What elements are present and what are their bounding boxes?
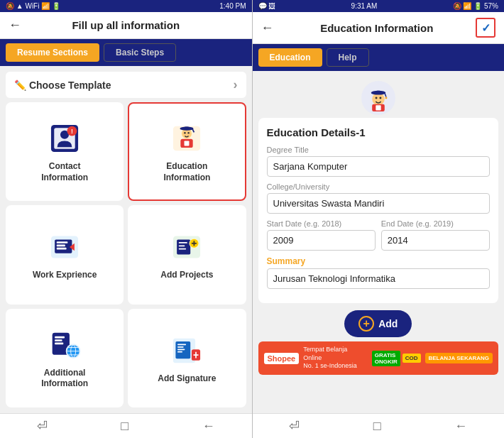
grid-row-1: ! ContactInformation	[6, 102, 246, 201]
add-education-button[interactable]: + Add	[344, 310, 412, 337]
right-header: ← Education Information ✓	[253, 12, 505, 44]
chevron-right-icon: ›	[234, 77, 238, 92]
degree-title-input[interactable]	[267, 156, 491, 177]
left-status-time: 1:40 PM	[219, 2, 246, 10]
svg-point-9	[188, 132, 190, 134]
grid-item-signature-label: Add Signature	[158, 373, 216, 385]
svg-rect-57	[376, 105, 380, 110]
svg-line-54	[385, 93, 386, 97]
grid-item-education[interactable]: EducationInformation	[128, 102, 246, 201]
grid-row-2: Work Exprience Add Projects	[6, 205, 246, 304]
svg-point-8	[184, 132, 186, 134]
ad-badges: GRATISONGKIR COD	[372, 351, 421, 366]
right-status-icons: 🔕 📶 🔋 57%	[453, 2, 498, 10]
plus-circle-icon: +	[358, 316, 374, 332]
edu-card-title: Education Details-1	[267, 126, 491, 138]
svg-rect-23	[179, 242, 187, 243]
left-tab-bar: Resume Sections Basic Steps	[0, 39, 252, 66]
svg-rect-32	[55, 339, 62, 341]
date-row: Start Date (e.g. 2018) End Date (e.g. 20…	[267, 219, 491, 256]
shopee-logo: Shopee	[264, 353, 300, 364]
grid-item-projects-label: Add Projects	[160, 270, 213, 281]
start-date-col: Start Date (e.g. 2018)	[267, 219, 376, 256]
college-label: College/University	[267, 182, 491, 191]
end-date-input[interactable]	[381, 230, 490, 251]
choose-template-row[interactable]: ✏️ Choose Template ›	[6, 72, 246, 98]
end-date-label: End Date (e.g. 2019)	[381, 219, 490, 228]
left-bottom-nav: ⏎ □ ←	[0, 413, 252, 438]
ad-text-area: Tempat Belanja Online No. 1 se-Indonesia	[303, 346, 367, 371]
right-nav-home-icon[interactable]: □	[373, 419, 381, 434]
right-content-area: Education Details-1 Degree Title College…	[253, 71, 505, 413]
grid-item-projects[interactable]: Add Projects	[128, 205, 246, 304]
svg-rect-19	[57, 248, 67, 250]
svg-rect-45	[177, 351, 182, 352]
svg-rect-14	[185, 141, 190, 146]
choose-template-label: ✏️ Choose Template	[14, 80, 111, 91]
tab-resume-sections[interactable]: Resume Sections	[6, 43, 99, 62]
ad-text-2: No. 1 se-Indonesia	[303, 362, 367, 371]
grid-item-work[interactable]: Work Exprience	[6, 205, 124, 304]
avatar-row	[258, 77, 499, 118]
svg-rect-33	[55, 342, 63, 344]
svg-text:!: !	[71, 128, 73, 135]
svg-rect-31	[55, 336, 65, 339]
nav-recent-icon[interactable]: ←	[202, 419, 215, 434]
right-nav-recent-icon[interactable]: ←	[454, 419, 467, 434]
ad-text-1: Tempat Belanja Online	[303, 346, 367, 362]
grid-item-additional[interactable]: AdditionalInformation	[6, 309, 124, 407]
svg-rect-17	[57, 241, 68, 243]
left-header-title: Fill up all information	[26, 19, 226, 31]
right-status-left: 💬 🖼	[258, 2, 276, 10]
left-header: ← Fill up all information	[0, 12, 252, 39]
right-screen: 💬 🖼 9:31 AM 🔕 📶 🔋 57% ← Education Inform…	[253, 0, 505, 438]
end-date-col: End Date (e.g. 2019)	[381, 219, 490, 256]
svg-point-50	[375, 97, 377, 99]
right-status-bar: 💬 🖼 9:31 AM 🔕 📶 🔋 57%	[253, 0, 505, 12]
grid-section: ! ContactInformation	[0, 102, 252, 413]
left-screen: 🔕 ▲ WiFi 📶 🔋 1:40 PM ← Fill up all infor…	[0, 0, 252, 438]
summary-input[interactable]	[267, 268, 491, 289]
svg-point-51	[379, 97, 381, 99]
svg-rect-53	[377, 91, 380, 94]
grid-item-additional-label: AdditionalInformation	[41, 368, 88, 390]
add-button-row: + Add	[258, 310, 499, 337]
summary-label: Summary	[267, 256, 491, 266]
start-date-input[interactable]	[267, 230, 376, 251]
tab-education[interactable]: Education	[258, 48, 322, 67]
right-back-button[interactable]: ←	[261, 21, 278, 35]
svg-rect-22	[177, 240, 191, 255]
belanja-cta[interactable]: BELANJA SEKARANG	[425, 353, 493, 363]
svg-rect-25	[179, 248, 186, 250]
svg-rect-11	[185, 127, 189, 129]
ad-banner[interactable]: Shopee Tempat Belanja Online No. 1 se-In…	[258, 341, 499, 375]
svg-rect-24	[179, 246, 185, 247]
right-tab-bar: Education Help	[253, 44, 505, 71]
grid-item-contact[interactable]: ! ContactInformation	[6, 102, 124, 201]
grid-item-education-label: EducationInformation	[163, 161, 210, 183]
cod-badge: COD	[402, 354, 421, 363]
education-card: Education Details-1 Degree Title College…	[258, 118, 499, 303]
check-button[interactable]: ✓	[476, 18, 495, 38]
grid-item-signature[interactable]: Add Signature	[128, 309, 246, 407]
svg-rect-43	[177, 346, 184, 347]
left-back-button[interactable]: ←	[9, 18, 26, 33]
tab-help[interactable]: Help	[327, 48, 369, 67]
right-bottom-nav: ⏎ □ ←	[253, 413, 505, 438]
nav-back-icon[interactable]: ⏎	[37, 418, 48, 434]
svg-rect-18	[57, 245, 65, 247]
right-header-title: Education Information	[278, 22, 476, 34]
degree-title-label: Degree Title	[267, 146, 491, 154]
start-date-label: Start Date (e.g. 2018)	[267, 219, 376, 228]
grid-row-3: AdditionalInformation Add Signature	[6, 309, 246, 407]
nav-home-icon[interactable]: □	[121, 419, 128, 434]
svg-rect-42	[177, 344, 186, 345]
svg-rect-44	[177, 349, 185, 350]
tab-basic-steps[interactable]: Basic Steps	[104, 43, 176, 62]
gratis-badge: GRATISONGKIR	[372, 351, 400, 366]
left-status-bar: 🔕 ▲ WiFi 📶 🔋 1:40 PM	[0, 0, 252, 12]
college-input[interactable]	[267, 193, 491, 214]
right-nav-back-icon[interactable]: ⏎	[289, 418, 300, 434]
grid-item-contact-label: ContactInformation	[41, 161, 88, 183]
right-status-time: 9:31 AM	[351, 2, 378, 10]
